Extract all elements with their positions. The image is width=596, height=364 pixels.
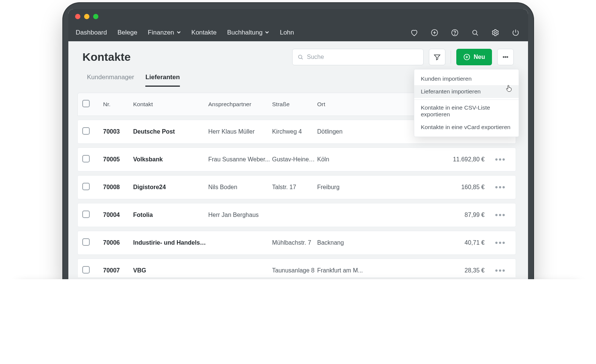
menu-vcard-export[interactable]: Kontakte in eine vCard exportieren [414, 121, 519, 134]
ellipsis-icon [502, 53, 509, 61]
nav-lohn[interactable]: Lohn [280, 29, 294, 36]
nav-kontakte[interactable]: Kontakte [192, 29, 217, 36]
menu-divider [414, 99, 519, 100]
table-row[interactable]: 70007VBGTaunusanlage 8Frankfurt am M...2… [77, 259, 516, 277]
minimize-window-dot[interactable] [84, 14, 89, 19]
help-icon[interactable] [450, 28, 460, 38]
row-checkbox[interactable] [82, 183, 90, 190]
cell-nr: 70007 [103, 267, 133, 274]
row-checkbox[interactable] [82, 266, 90, 274]
favorites-icon[interactable] [409, 28, 419, 38]
gear-icon[interactable] [490, 28, 500, 38]
col-kontakt[interactable]: Kontakt [133, 101, 208, 108]
cell-nr: 70006 [103, 239, 133, 246]
cell-ort: Köln [317, 156, 370, 163]
cell-kontakt: Digistore24 [133, 184, 208, 191]
cell-amount: 160,85 € [370, 184, 490, 191]
row-more-button[interactable]: ••• [490, 266, 511, 275]
row-more-button[interactable]: ••• [490, 210, 511, 220]
cell-kontakt: Industirie- und Handelska... [133, 239, 208, 246]
add-icon[interactable] [430, 28, 439, 38]
row-more-button[interactable]: ••• [490, 155, 511, 164]
cell-ort: Dötlingen [317, 128, 370, 135]
svg-point-7 [494, 32, 496, 34]
search-box[interactable] [292, 49, 424, 65]
row-more-button[interactable]: ••• [490, 238, 511, 248]
svg-point-16 [507, 57, 508, 58]
menu-lieferanten-importieren[interactable]: Lieferanten importieren [414, 85, 519, 98]
tab-kundenmanager[interactable]: Kundenmanager [87, 74, 134, 87]
cell-strasse: Gustav-Heinem... [272, 156, 317, 163]
cell-ort: Frankfurt am M... [317, 267, 370, 274]
search-input[interactable] [307, 54, 419, 60]
tab-lieferanten[interactable]: Lieferanten [145, 74, 180, 87]
cursor-hand-icon [505, 84, 513, 94]
page-title: Kontakte [83, 51, 287, 63]
new-button[interactable]: Neu [456, 49, 492, 65]
window-traffic-lights [68, 9, 528, 24]
chevron-down-icon [177, 29, 181, 36]
maximize-window-dot[interactable] [93, 14, 98, 19]
nav-belege[interactable]: Belege [118, 29, 137, 36]
cell-ort: Freiburg [317, 184, 370, 191]
svg-line-6 [476, 34, 478, 35]
filter-button[interactable] [429, 49, 445, 65]
row-checkbox[interactable] [82, 238, 90, 246]
laptop-frame: Dashboard Belege Finanzen Kontakte Buchh… [63, 3, 533, 279]
screen: Dashboard Belege Finanzen Kontakte Buchh… [68, 9, 528, 279]
nav-buchhaltung[interactable]: Buchhaltung [227, 29, 270, 36]
svg-marker-10 [435, 55, 440, 60]
close-window-dot[interactable] [75, 14, 80, 19]
nav-buchhaltung-label: Buchhaltung [227, 29, 263, 36]
menu-kunden-importieren[interactable]: Kunden importieren [414, 72, 519, 85]
row-checkbox[interactable] [82, 127, 90, 135]
nav-finanzen-label: Finanzen [148, 29, 174, 36]
table-row[interactable]: 70006Industirie- und Handelska...Mühlbac… [77, 231, 516, 255]
power-icon[interactable] [511, 28, 521, 38]
nav-dashboard[interactable]: Dashboard [76, 29, 107, 36]
more-actions-button[interactable] [497, 49, 514, 65]
table-row[interactable]: 70008Digistore24Nils BodenTalstr. 17Frei… [77, 175, 516, 199]
col-nr[interactable]: Nr. [103, 101, 133, 108]
col-ansprech[interactable]: Ansprechpartner [208, 101, 272, 108]
select-all-checkbox[interactable] [82, 100, 90, 107]
svg-point-8 [299, 55, 302, 59]
svg-point-14 [503, 57, 504, 58]
page-header: Kontakte Neu [68, 41, 528, 65]
cell-strasse: Kirchweg 4 [272, 128, 317, 135]
cell-kontakt: Fotolia [133, 212, 208, 218]
chevron-down-icon [265, 29, 269, 36]
cell-kontakt: Volksbank [133, 156, 208, 163]
toolbar-divider [451, 51, 451, 63]
cell-strasse: Mühlbachstr. 7 [272, 239, 317, 246]
search-icon[interactable] [470, 28, 480, 38]
col-ort[interactable]: Ort [317, 101, 370, 108]
menu-csv-export[interactable]: Kontakte in eine CSV-Liste exportieren [414, 101, 519, 121]
cell-nr: 70005 [103, 156, 133, 163]
row-checkbox[interactable] [82, 211, 90, 218]
cell-ansprech: Frau Susanne Weber... [208, 156, 272, 163]
cell-strasse: Talstr. 17 [272, 184, 317, 191]
search-icon [297, 54, 304, 60]
filter-icon [433, 53, 441, 61]
table-row[interactable]: 70005VolksbankFrau Susanne Weber...Gusta… [77, 147, 516, 171]
svg-point-4 [454, 34, 455, 35]
table-row[interactable]: 70004FotoliaHerr Jan Berghaus87,99 €••• [77, 203, 516, 227]
cell-ansprech: Herr Klaus Müller [208, 128, 272, 135]
svg-point-5 [472, 30, 477, 35]
cell-amount: 87,99 € [370, 212, 490, 218]
plus-circle-icon [463, 53, 471, 61]
cell-kontakt: VBG [133, 267, 208, 274]
new-button-label: Neu [474, 54, 485, 60]
cell-ansprech: Herr Jan Berghaus [208, 212, 272, 218]
cell-kontakt: Deutsche Post [133, 128, 208, 135]
nav-finanzen[interactable]: Finanzen [148, 29, 181, 36]
cell-amount: 11.692,80 € [370, 156, 490, 163]
row-checkbox[interactable] [82, 155, 90, 162]
svg-line-9 [302, 58, 303, 59]
cell-amount: 28,35 € [370, 267, 490, 274]
cell-amount: 40,71 € [370, 239, 490, 246]
table-rows[interactable]: 70003Deutsche PostHerr Klaus MüllerKirch… [77, 116, 519, 277]
row-more-button[interactable]: ••• [490, 182, 511, 192]
col-strasse[interactable]: Straße [272, 101, 317, 108]
